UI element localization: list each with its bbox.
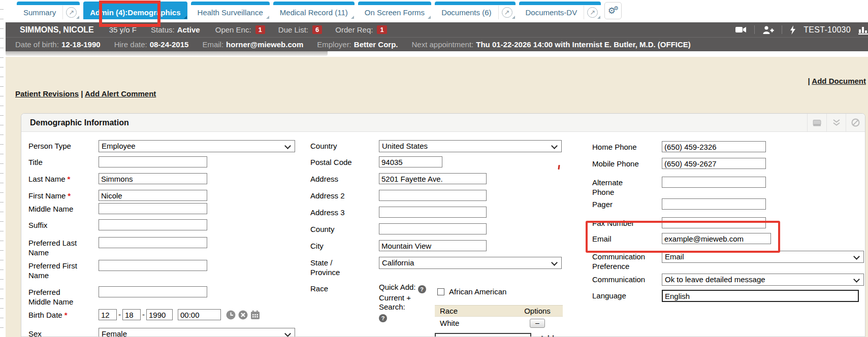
demographics-panel: Demographic Information Person Type Empl… xyxy=(21,113,865,337)
info-dob: Date of birth:12-18-1990 xyxy=(15,40,101,49)
person-type-select[interactable]: Employee xyxy=(99,140,295,152)
preferred-last-name-input[interactable] xyxy=(99,237,207,248)
calendar-icon[interactable] xyxy=(250,310,260,321)
tab-settings-button[interactable]: ⚙ ⚙ xyxy=(604,2,622,19)
patient-header-bar: SIMMONS, NICOLE 35 y/o F Status:Active O… xyxy=(6,22,868,37)
race-quick-add-option: African American xyxy=(437,287,506,296)
tab-summary-label: Summary xyxy=(17,6,62,19)
birth-time-input[interactable] xyxy=(178,309,221,320)
sex-select[interactable]: Female xyxy=(99,328,295,337)
african-american-checkbox[interactable] xyxy=(437,288,444,295)
preferred-last-name-label: Preferred Last Name xyxy=(28,237,99,257)
alternate-phone-input[interactable] xyxy=(662,177,766,188)
tab-admin-demographics[interactable]: Admin (4):Demographics xyxy=(83,2,187,19)
city-input[interactable] xyxy=(379,240,487,251)
collapse-icon[interactable] xyxy=(826,114,846,131)
preferred-middle-name-row: Preferred Middle Name xyxy=(28,286,207,307)
tab-health-surveillance[interactable]: Health Surveillance xyxy=(191,2,270,19)
divider xyxy=(754,25,755,34)
address3-input[interactable] xyxy=(379,207,487,218)
race-add-button[interactable]: Add xyxy=(539,334,554,337)
disable-icon[interactable] xyxy=(846,114,865,131)
fax-number-input[interactable] xyxy=(662,217,766,228)
tab-on-screen-forms[interactable]: On Screen Forms xyxy=(358,2,431,19)
popout-icon[interactable]: ↗ xyxy=(502,7,512,18)
race-quick-add-label: Quick Add: xyxy=(379,283,416,291)
required-marker: * xyxy=(68,175,71,183)
lightning-icon[interactable] xyxy=(790,25,796,35)
person-type-row: Person Type Employee xyxy=(28,140,295,152)
open-encounters-counter[interactable]: Open Enc: 1 xyxy=(215,25,265,34)
last-name-input[interactable] xyxy=(99,173,207,184)
mobile-phone-input[interactable] xyxy=(662,158,766,169)
alternate-phone-row: Alternate Phone xyxy=(592,177,766,197)
birth-day-input[interactable] xyxy=(122,309,141,320)
add-person-icon[interactable] xyxy=(762,25,774,34)
postal-code-input[interactable] xyxy=(379,156,442,167)
first-name-row: First Name* xyxy=(28,190,207,201)
race-search-input[interactable] xyxy=(435,333,531,337)
due-list-badge[interactable]: 6 xyxy=(312,25,322,34)
add-document-link[interactable]: Add Document xyxy=(812,77,866,85)
panel-header: Demographic Information xyxy=(21,114,865,132)
communication-preference-label: Communication Preference xyxy=(592,251,662,271)
state-province-select[interactable]: California xyxy=(379,257,562,269)
tab-documents[interactable]: Documents (6) ↗ xyxy=(435,2,515,19)
preferred-middle-name-label: Preferred Middle Name xyxy=(28,286,99,307)
header-shadow xyxy=(6,51,328,56)
pager-input[interactable] xyxy=(662,198,766,210)
preferred-middle-name-input[interactable] xyxy=(99,286,207,297)
add-alert-comment-link[interactable]: Add Alert Comment xyxy=(85,89,156,98)
preferred-first-name-input[interactable] xyxy=(99,260,207,271)
home-phone-row: Home Phone xyxy=(592,141,766,152)
birth-year-input[interactable] xyxy=(146,309,173,320)
help-icon[interactable]: ? xyxy=(379,314,387,322)
address-input[interactable] xyxy=(379,173,487,184)
suffix-input[interactable] xyxy=(99,219,207,230)
patient-revisions-link[interactable]: Patient Revisions xyxy=(15,89,79,98)
open-encounters-badge[interactable]: 1 xyxy=(255,25,265,34)
address2-input[interactable] xyxy=(379,190,487,201)
popout-icon[interactable]: ↗ xyxy=(587,7,598,18)
race-current-search-label: Current + Search: xyxy=(379,293,432,312)
state-province-row: State / Province California xyxy=(310,257,562,277)
communication-row: Communication Ok to leave detailed messa… xyxy=(592,274,864,286)
address3-row: Address 3 xyxy=(310,207,487,218)
first-name-input[interactable] xyxy=(99,190,207,201)
state-province-label: State / Province xyxy=(310,257,379,277)
home-phone-input[interactable] xyxy=(662,141,766,152)
chart-view-icon[interactable] xyxy=(807,114,826,131)
language-input[interactable] xyxy=(662,290,859,302)
required-marker: * xyxy=(68,191,71,200)
video-camera-icon[interactable] xyxy=(735,26,747,33)
alternate-phone-label: Alternate Phone xyxy=(592,177,662,197)
country-select[interactable]: United States xyxy=(379,140,562,152)
order-req-counter[interactable]: Order Req: 1 xyxy=(335,25,387,34)
remove-race-button[interactable]: – xyxy=(530,319,545,328)
clear-icon[interactable] xyxy=(238,310,248,321)
tab-medical-record[interactable]: Medical Record (11) xyxy=(273,2,355,19)
county-input[interactable] xyxy=(379,223,487,234)
birth-month-input[interactable] xyxy=(99,309,117,320)
email-input[interactable] xyxy=(662,233,771,244)
communication-preference-select[interactable]: Email xyxy=(662,251,864,263)
title-input[interactable] xyxy=(99,156,207,167)
address2-row: Address 2 xyxy=(310,190,487,201)
bar-chart-icon[interactable] xyxy=(858,25,868,35)
tab-summary[interactable]: Summary ↗ xyxy=(17,2,80,19)
mobile-phone-label: Mobile Phone xyxy=(592,158,662,168)
order-req-badge[interactable]: 1 xyxy=(377,25,387,34)
middle-name-input[interactable] xyxy=(99,203,207,214)
race-row: Race Quick Add: ? Current + Search: ? xyxy=(310,283,432,322)
race-table: Race Options White – xyxy=(435,305,563,329)
communication-select[interactable]: Ok to leave detailed message xyxy=(662,274,864,286)
pager-label: Pager xyxy=(592,198,662,209)
language-label: Language xyxy=(592,290,662,300)
due-list-counter[interactable]: Due List: 6 xyxy=(278,25,322,34)
clock-icon[interactable] xyxy=(226,310,236,321)
city-label: City xyxy=(310,240,379,251)
help-icon[interactable]: ? xyxy=(418,285,426,293)
tab-documents-dv[interactable]: Documents-DV ↗ xyxy=(519,2,601,19)
popout-icon[interactable]: ↗ xyxy=(66,7,77,18)
title-row: Title xyxy=(28,156,207,167)
